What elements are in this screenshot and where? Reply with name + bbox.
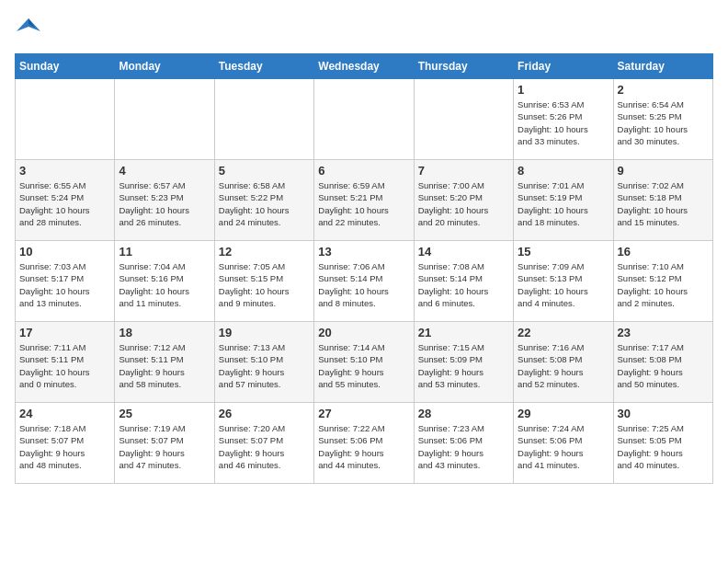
day-info: Sunrise: 7:17 AM Sunset: 5:08 PM Dayligh… [618, 341, 709, 390]
day-info: Sunrise: 6:53 AM Sunset: 5:26 PM Dayligh… [518, 98, 609, 147]
day-info: Sunrise: 7:24 AM Sunset: 5:06 PM Dayligh… [518, 422, 609, 471]
day-info: Sunrise: 7:02 AM Sunset: 5:18 PM Dayligh… [618, 179, 709, 228]
calendar-cell: 16Sunrise: 7:10 AM Sunset: 5:12 PM Dayli… [613, 241, 712, 322]
day-info: Sunrise: 6:55 AM Sunset: 5:24 PM Dayligh… [19, 179, 110, 228]
calendar-cell: 26Sunrise: 7:20 AM Sunset: 5:07 PM Dayli… [214, 403, 313, 484]
day-number: 22 [518, 326, 609, 339]
weekday-header: Saturday [613, 54, 712, 79]
day-info: Sunrise: 7:08 AM Sunset: 5:14 PM Dayligh… [418, 260, 509, 309]
day-number: 6 [318, 164, 409, 178]
calendar-cell: 13Sunrise: 7:06 AM Sunset: 5:14 PM Dayli… [314, 241, 414, 322]
day-number: 11 [119, 245, 210, 259]
day-info: Sunrise: 7:06 AM Sunset: 5:14 PM Dayligh… [318, 260, 409, 309]
day-number: 12 [219, 245, 310, 259]
day-number: 3 [19, 164, 110, 178]
calendar-cell: 8Sunrise: 7:01 AM Sunset: 5:19 PM Daylig… [514, 160, 613, 241]
day-info: Sunrise: 6:59 AM Sunset: 5:21 PM Dayligh… [318, 179, 409, 228]
calendar-cell: 19Sunrise: 7:13 AM Sunset: 5:10 PM Dayli… [214, 322, 313, 403]
day-number: 25 [119, 407, 210, 420]
calendar-cell [115, 79, 214, 160]
calendar-week-row: 10Sunrise: 7:03 AM Sunset: 5:17 PM Dayli… [16, 241, 713, 322]
day-number: 21 [418, 326, 509, 339]
day-number: 30 [618, 407, 709, 420]
day-number: 26 [219, 407, 310, 420]
day-number: 4 [119, 164, 210, 178]
day-info: Sunrise: 7:00 AM Sunset: 5:20 PM Dayligh… [418, 179, 509, 228]
day-number: 16 [618, 245, 709, 259]
logo [15, 15, 46, 42]
calendar-cell: 5Sunrise: 6:58 AM Sunset: 5:22 PM Daylig… [214, 160, 313, 241]
calendar-cell: 17Sunrise: 7:11 AM Sunset: 5:11 PM Dayli… [16, 322, 115, 403]
day-info: Sunrise: 7:03 AM Sunset: 5:17 PM Dayligh… [19, 260, 110, 309]
day-number: 7 [418, 164, 509, 178]
day-number: 29 [518, 407, 609, 420]
day-number: 2 [618, 83, 709, 97]
day-info: Sunrise: 6:58 AM Sunset: 5:22 PM Dayligh… [219, 179, 310, 228]
day-info: Sunrise: 7:16 AM Sunset: 5:08 PM Dayligh… [518, 341, 609, 390]
weekday-header: Friday [514, 54, 613, 79]
day-info: Sunrise: 7:15 AM Sunset: 5:09 PM Dayligh… [418, 341, 509, 390]
day-info: Sunrise: 7:11 AM Sunset: 5:11 PM Dayligh… [19, 341, 110, 390]
calendar-cell: 14Sunrise: 7:08 AM Sunset: 5:14 PM Dayli… [414, 241, 513, 322]
calendar-cell: 7Sunrise: 7:00 AM Sunset: 5:20 PM Daylig… [414, 160, 513, 241]
day-number: 24 [19, 407, 110, 420]
weekday-header-row: SundayMondayTuesdayWednesdayThursdayFrid… [16, 54, 713, 79]
day-number: 27 [318, 407, 409, 420]
calendar-cell: 10Sunrise: 7:03 AM Sunset: 5:17 PM Dayli… [16, 241, 115, 322]
calendar-cell: 25Sunrise: 7:19 AM Sunset: 5:07 PM Dayli… [115, 403, 214, 484]
calendar-cell: 20Sunrise: 7:14 AM Sunset: 5:10 PM Dayli… [314, 322, 414, 403]
weekday-header: Thursday [414, 54, 513, 79]
day-number: 19 [219, 326, 310, 339]
calendar-cell: 3Sunrise: 6:55 AM Sunset: 5:24 PM Daylig… [16, 160, 115, 241]
calendar-week-row: 3Sunrise: 6:55 AM Sunset: 5:24 PM Daylig… [16, 160, 713, 241]
day-info: Sunrise: 7:09 AM Sunset: 5:13 PM Dayligh… [518, 260, 609, 309]
weekday-header: Monday [115, 54, 214, 79]
day-info: Sunrise: 7:05 AM Sunset: 5:15 PM Dayligh… [219, 260, 310, 309]
calendar-week-row: 17Sunrise: 7:11 AM Sunset: 5:11 PM Dayli… [16, 322, 713, 403]
calendar-cell [16, 79, 115, 160]
calendar-cell [414, 79, 513, 160]
day-info: Sunrise: 7:19 AM Sunset: 5:07 PM Dayligh… [119, 422, 210, 471]
calendar-cell: 4Sunrise: 6:57 AM Sunset: 5:23 PM Daylig… [115, 160, 214, 241]
calendar-cell: 12Sunrise: 7:05 AM Sunset: 5:15 PM Dayli… [214, 241, 313, 322]
calendar-cell: 24Sunrise: 7:18 AM Sunset: 5:07 PM Dayli… [16, 403, 115, 484]
calendar-week-row: 1Sunrise: 6:53 AM Sunset: 5:26 PM Daylig… [16, 79, 713, 160]
day-info: Sunrise: 7:25 AM Sunset: 5:05 PM Dayligh… [618, 422, 709, 471]
calendar-cell: 30Sunrise: 7:25 AM Sunset: 5:05 PM Dayli… [613, 403, 712, 484]
day-info: Sunrise: 6:57 AM Sunset: 5:23 PM Dayligh… [119, 179, 210, 228]
day-info: Sunrise: 7:22 AM Sunset: 5:06 PM Dayligh… [318, 422, 409, 471]
calendar-cell: 22Sunrise: 7:16 AM Sunset: 5:08 PM Dayli… [514, 322, 613, 403]
day-number: 23 [618, 326, 709, 339]
day-info: Sunrise: 7:04 AM Sunset: 5:16 PM Dayligh… [119, 260, 210, 309]
day-number: 13 [318, 245, 409, 259]
day-number: 14 [418, 245, 509, 259]
weekday-header: Wednesday [314, 54, 414, 79]
day-number: 5 [219, 164, 310, 178]
day-number: 18 [119, 326, 210, 339]
day-number: 9 [618, 164, 709, 178]
day-info: Sunrise: 7:20 AM Sunset: 5:07 PM Dayligh… [219, 422, 310, 471]
calendar-cell: 2Sunrise: 6:54 AM Sunset: 5:25 PM Daylig… [613, 79, 712, 160]
calendar-cell: 6Sunrise: 6:59 AM Sunset: 5:21 PM Daylig… [314, 160, 414, 241]
day-number: 17 [19, 326, 110, 339]
day-number: 1 [518, 83, 609, 97]
calendar-cell: 23Sunrise: 7:17 AM Sunset: 5:08 PM Dayli… [613, 322, 712, 403]
calendar-table: SundayMondayTuesdayWednesdayThursdayFrid… [15, 53, 713, 484]
weekday-header: Sunday [16, 54, 115, 79]
calendar-cell: 27Sunrise: 7:22 AM Sunset: 5:06 PM Dayli… [314, 403, 414, 484]
day-number: 8 [518, 164, 609, 178]
day-info: Sunrise: 7:01 AM Sunset: 5:19 PM Dayligh… [518, 179, 609, 228]
calendar-cell: 15Sunrise: 7:09 AM Sunset: 5:13 PM Dayli… [514, 241, 613, 322]
weekday-header: Tuesday [214, 54, 313, 79]
day-info: Sunrise: 7:13 AM Sunset: 5:10 PM Dayligh… [219, 341, 310, 390]
calendar-cell: 18Sunrise: 7:12 AM Sunset: 5:11 PM Dayli… [115, 322, 214, 403]
calendar-cell [314, 79, 414, 160]
calendar-cell: 29Sunrise: 7:24 AM Sunset: 5:06 PM Dayli… [514, 403, 613, 484]
day-number: 10 [19, 245, 110, 259]
calendar-cell: 11Sunrise: 7:04 AM Sunset: 5:16 PM Dayli… [115, 241, 214, 322]
day-info: Sunrise: 7:12 AM Sunset: 5:11 PM Dayligh… [119, 341, 210, 390]
day-number: 28 [418, 407, 509, 420]
calendar-cell [214, 79, 313, 160]
day-info: Sunrise: 7:14 AM Sunset: 5:10 PM Dayligh… [318, 341, 409, 390]
calendar-cell: 1Sunrise: 6:53 AM Sunset: 5:26 PM Daylig… [514, 79, 613, 160]
